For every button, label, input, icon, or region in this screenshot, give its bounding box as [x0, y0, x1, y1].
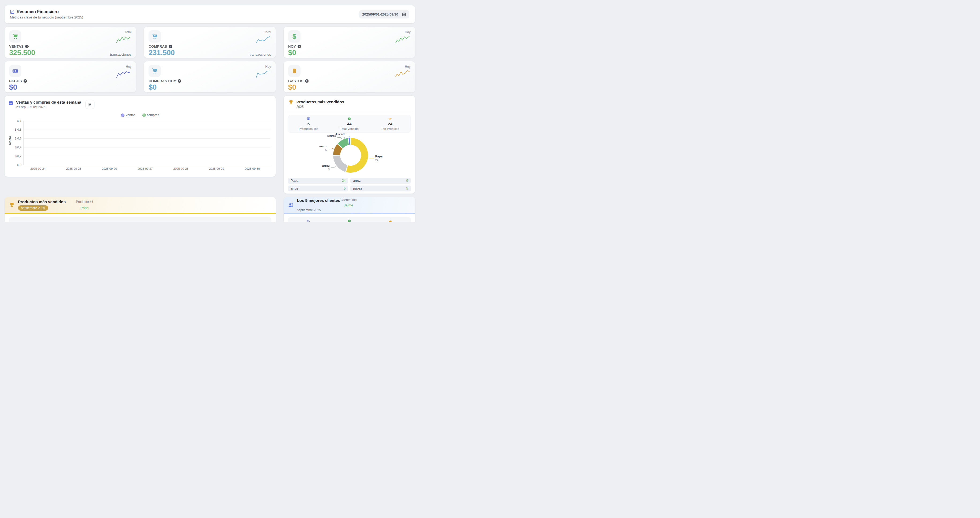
products-list: Papa24arroz9arroz5papas5 [288, 178, 411, 191]
gridline [24, 129, 270, 130]
product-list-item: arroz9 [350, 178, 411, 184]
sparkline [255, 69, 271, 78]
calendar-icon [8, 100, 13, 105]
y-tick: $ 0,4 [15, 146, 21, 149]
weekly-chart-title: Ventas y compras de esta semana [16, 100, 81, 104]
cart-icon [9, 30, 21, 43]
bottom-left-title: Productos más vendidos [18, 199, 65, 204]
bottom-right-subtitle: septiembre 2025 [297, 208, 357, 212]
metric-card-ventas: Total VENTAS? 325.500transacciones [5, 27, 136, 58]
x-tick: 2025-09-30 [234, 167, 270, 170]
calendar-icon [402, 12, 406, 16]
metric-label: VENTAS [9, 45, 24, 48]
donut-label-arroz: arroz5 [319, 145, 327, 152]
sparkline [395, 69, 410, 78]
legend-item-compras[interactable]: compras [142, 113, 159, 117]
date-range-value: 2025/09/01-2025/09/30 [362, 12, 398, 16]
metric-value: $0 [288, 83, 296, 91]
top-client-name: Jaime [340, 203, 357, 207]
y-axis-title: Monto [8, 136, 11, 145]
metric-unit: transacciones [110, 53, 131, 56]
bottom-left-stats-box [9, 217, 271, 222]
sparkline [255, 35, 271, 43]
help-icon[interactable]: ? [305, 79, 309, 83]
donut-labels: Papa24arroz9arroz5papas5Alicate1 [286, 133, 412, 176]
top-products-card: Productos más vendidos 2025 5 Productos … [284, 96, 415, 194]
legend-item-ventas[interactable]: Ventas [121, 113, 135, 117]
bottom-right-stats-box [288, 217, 411, 222]
legend-dot [121, 113, 124, 117]
stat-productos-top: 5 Productos Top [288, 117, 329, 131]
period-label: Total [125, 30, 131, 34]
gridline [24, 147, 270, 148]
receipt-icon [288, 65, 301, 77]
y-tick: $ 1 [18, 119, 21, 122]
bar-chart-icon [88, 102, 92, 107]
top-client-label: Cliente Top [340, 198, 357, 202]
metric-label: COMPRAS [148, 45, 167, 48]
donut-label-Alicate: Alicate1 [335, 132, 345, 140]
chart-legend: Ventas compras [8, 113, 272, 117]
period-label: Hoy [405, 30, 410, 34]
period-label: Hoy [126, 65, 131, 69]
product-list-item: papas5 [350, 185, 411, 191]
y-axis: $ 1$ 0,8$ 0,6$ 0,4$ 0,2$ 0 [11, 121, 23, 165]
x-tick: 2025-09-27 [127, 167, 163, 170]
sparkline [115, 69, 131, 78]
x-tick: 2025-09-28 [163, 167, 199, 170]
period-label: Hoy [405, 65, 410, 69]
y-tick: $ 0,2 [15, 155, 21, 158]
chart-type-toggle-button[interactable] [85, 100, 94, 109]
top-clients-card: Los 5 mejores clientes Cliente Top Jaime… [284, 197, 415, 222]
help-icon[interactable]: ? [169, 45, 172, 48]
donut-label-papas: papas5 [327, 134, 336, 141]
help-icon[interactable]: ? [24, 79, 27, 83]
metric-label: COMPRAS HOY [148, 79, 176, 83]
legend-dot [142, 113, 146, 117]
page-title: Resumen Financiero [17, 10, 59, 14]
metric-card-hoy: $ Hoy HOY? $0 [284, 27, 415, 58]
weekly-chart-card: Ventas y compras de esta semana 29 sep -… [5, 96, 276, 177]
help-icon[interactable]: ? [25, 45, 29, 48]
users-icon [288, 202, 294, 208]
sparkline [395, 35, 410, 43]
gridline [24, 121, 270, 121]
crown-icon [388, 219, 392, 222]
period-label: Total [264, 30, 271, 34]
x-tick: 2025-09-24 [20, 167, 56, 170]
donut-label-Papa: Papa24 [375, 155, 383, 162]
period-label: Hoy [265, 65, 271, 69]
cart-plus-icon [148, 65, 161, 77]
chart-line-icon [10, 10, 14, 14]
x-tick: 2025-09-25 [56, 167, 92, 170]
top-products-subtitle: 2025 [296, 105, 344, 109]
x-axis: 2025-09-242025-09-252025-09-262025-09-27… [20, 167, 270, 170]
top-product-name: Papa [76, 206, 93, 210]
x-tick: 2025-09-26 [92, 167, 127, 170]
metric-card-compras: Total COMPRAS? 231.500transacciones [144, 27, 275, 58]
weekly-chart-subtitle: 29 sep - 05 oct 2025 [16, 105, 81, 109]
box-icon [307, 117, 310, 121]
help-icon[interactable]: ? [178, 79, 181, 83]
metric-value: $0 [148, 83, 157, 91]
help-icon[interactable]: ? [298, 45, 301, 48]
rank-label: Producto #1 [76, 200, 93, 204]
trophy-icon [288, 100, 294, 105]
metric-card-gastos: Hoy GASTOS? $0 [284, 61, 415, 92]
x-tick: 2025-09-29 [199, 167, 235, 170]
date-range-picker[interactable]: 2025/09/01-2025/09/30 [359, 10, 409, 19]
sparkline [115, 35, 131, 43]
products-stats: 5 Productos Top 44 Total Vendido 24 Top … [288, 115, 411, 133]
gridline [24, 165, 270, 165]
metric-card-pagos: Hoy PAGOS? $0 [5, 61, 136, 92]
stat-total-vendido: 44 Total Vendido [329, 117, 369, 131]
metric-value: $0 [9, 83, 17, 91]
top-products-title: Productos más vendidos [296, 100, 344, 104]
pie-chart-icon [348, 117, 351, 121]
metric-value: $0 [288, 49, 296, 56]
y-tick: $ 0 [18, 163, 21, 166]
donut-label-arroz: arroz9 [322, 164, 330, 171]
metric-label: PAGOS [9, 79, 22, 83]
dashboard: Resumen Financiero Métricas clave de tu … [0, 0, 420, 222]
bottom-right-title: Los 5 mejores clientes [297, 198, 340, 202]
